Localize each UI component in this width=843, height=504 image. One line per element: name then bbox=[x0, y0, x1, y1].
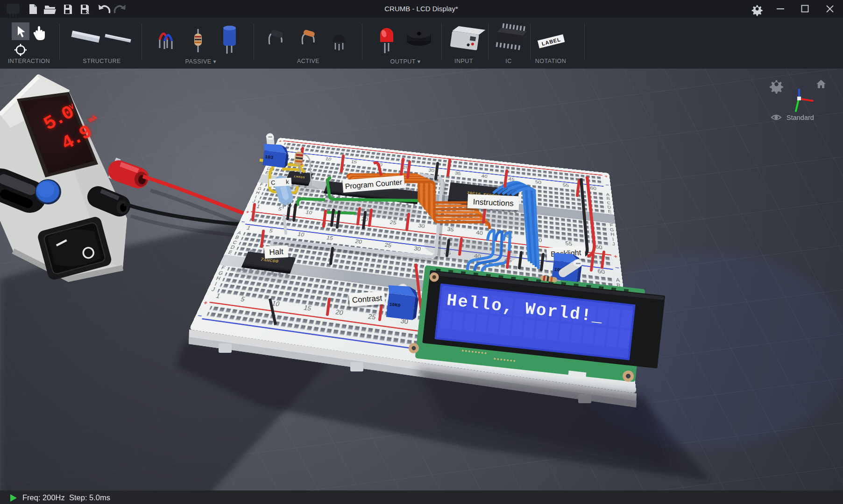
svg-text:CRUMB - LCD Display*: CRUMB - LCD Display* bbox=[384, 5, 458, 13]
svg-text:Halt: Halt bbox=[269, 247, 283, 257]
svg-text:Freq: 200Hz Step: 5.0ms: Freq: 200Hz Step: 5.0ms bbox=[22, 493, 110, 502]
svg-text:C: C bbox=[271, 179, 276, 186]
svg-text:Instructions: Instructions bbox=[473, 197, 514, 208]
svg-text:103: 103 bbox=[264, 154, 273, 161]
svg-text:Standard: Standard bbox=[786, 114, 814, 121]
svg-text:k: k bbox=[286, 178, 290, 185]
